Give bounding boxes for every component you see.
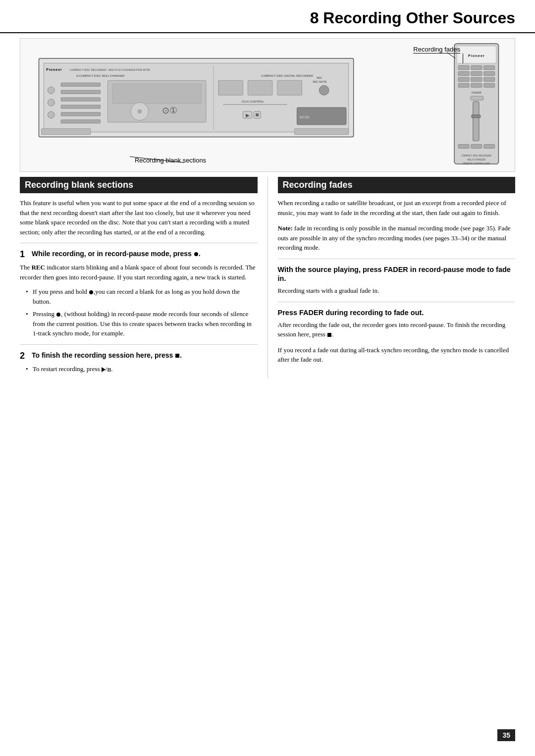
step1-text: While recording, or in record-pause mode… — [32, 249, 201, 260]
svg-rect-44 — [471, 72, 482, 76]
svg-point-26 — [319, 85, 329, 95]
svg-rect-41 — [471, 66, 482, 70]
rec-bold: REC — [31, 264, 45, 271]
page-number: 35 — [497, 729, 515, 741]
rec-button-icon — [194, 252, 198, 256]
svg-rect-47 — [471, 77, 482, 81]
right-column: Recording fades When recording a radio o… — [268, 177, 516, 378]
svg-rect-15 — [61, 120, 100, 123]
chapter-number: 8 — [310, 9, 319, 27]
subheading2-body2: If you record a fade out during all-trac… — [278, 345, 516, 365]
svg-text:COMPACT DISC DIGITAL RECORDER: COMPACT DISC DIGITAL RECORDER — [261, 74, 313, 77]
svg-rect-21 — [218, 80, 243, 95]
svg-text:▶: ▶ — [246, 112, 250, 118]
svg-rect-55 — [473, 102, 479, 141]
device-diagram: Pioneer COMPACT DISC RECORDER · MULTI-CD… — [20, 39, 515, 171]
svg-rect-40 — [458, 66, 469, 70]
svg-text:REC MUTE: REC MUTE — [313, 80, 327, 83]
svg-text:⊙①: ⊙① — [162, 106, 177, 115]
svg-rect-11 — [61, 90, 100, 94]
divider-2 — [20, 344, 258, 345]
stop-icon-2 — [327, 333, 331, 337]
page-title: 8 Recording Other Sources — [310, 9, 515, 27]
svg-rect-58 — [471, 144, 482, 148]
rec-circle-icon — [89, 290, 93, 294]
svg-rect-23 — [277, 80, 302, 95]
right-section-note: Note: fade in recording is only possible… — [278, 223, 516, 253]
subheading1: With the source playing, press FADER in … — [278, 265, 516, 284]
svg-point-19 — [138, 109, 142, 113]
svg-point-7 — [48, 87, 54, 94]
svg-rect-48 — [484, 77, 495, 81]
step2-number: 2 — [20, 351, 28, 361]
svg-rect-28 — [223, 104, 287, 105]
svg-rect-22 — [248, 80, 272, 95]
svg-text:MULTI-CHANGER: MULTI-CHANGER — [467, 159, 486, 161]
svg-rect-42 — [484, 66, 495, 70]
svg-text:COMPACT DISC RECORDER: COMPACT DISC RECORDER — [462, 155, 492, 157]
page-header: 8 Recording Other Sources — [0, 0, 535, 33]
bullet-2: Pressing , (without holding) in record-p… — [26, 309, 258, 338]
svg-rect-13 — [61, 105, 100, 108]
step2-text: To finish the recording session here, pr… — [32, 351, 182, 361]
svg-point-9 — [48, 111, 54, 118]
svg-rect-57 — [458, 144, 469, 148]
rec-circle-icon-2 — [56, 313, 60, 317]
stop-icon — [175, 354, 179, 358]
subheading2-body1: After recording the fade out, the record… — [278, 320, 516, 339]
svg-rect-56 — [472, 115, 481, 118]
svg-text:Recording blank sections: Recording blank sections — [135, 157, 206, 164]
svg-rect-46 — [458, 77, 469, 81]
svg-point-8 — [48, 99, 54, 106]
subheading2: Press FADER during recording to fade out… — [278, 308, 516, 318]
svg-text:00:00: 00:00 — [300, 115, 310, 119]
svg-text:REC: REC — [317, 76, 322, 79]
bullet-1: If you press and hold ,you can record a … — [26, 287, 258, 306]
diagram-area: Recording fades Pioneer COMPACT DISC REC… — [20, 38, 515, 172]
note-label: Note: — [278, 224, 293, 232]
svg-rect-12 — [61, 98, 100, 101]
svg-text:COMPACT DISC RECORDER · MULTI-: COMPACT DISC RECORDER · MULTI-CD CHANGER… — [70, 68, 150, 71]
right-section-header: Recording fades — [278, 177, 516, 193]
right-section-intro: When recording a radio or satellite broa… — [278, 198, 516, 217]
left-section-intro: This feature is useful when you want to … — [20, 198, 258, 237]
svg-rect-53 — [471, 96, 483, 100]
divider-4 — [278, 302, 516, 302]
left-section-header: Recording blank sections — [20, 177, 258, 193]
svg-text:CD-R CONTROL: CD-R CONTROL — [241, 100, 264, 103]
step1-body: The REC indicator starts blinking and a … — [20, 263, 258, 282]
step1-number: 1 — [20, 249, 28, 260]
svg-rect-45 — [484, 72, 495, 76]
svg-rect-51 — [484, 83, 495, 87]
svg-rect-43 — [458, 72, 469, 76]
svg-text:3-COMPACT DISC MULI CHANGER: 3-COMPACT DISC MULI CHANGER — [76, 74, 125, 77]
svg-rect-32 — [256, 113, 259, 116]
play-icon — [102, 367, 106, 372]
svg-rect-10 — [61, 83, 100, 86]
svg-text:FADER: FADER — [472, 91, 482, 94]
divider-1 — [20, 243, 258, 243]
content-area: Recording blank sections This feature is… — [20, 177, 515, 378]
svg-rect-35 — [41, 129, 90, 135]
svg-rect-17 — [112, 84, 201, 104]
svg-rect-14 — [61, 112, 100, 116]
pause-text: II — [107, 367, 111, 372]
chapter-title-text: Recording Other Sources — [323, 9, 515, 27]
divider-3 — [278, 259, 516, 259]
step1-bullets: If you press and hold ,you can record a … — [26, 287, 258, 338]
step2-bullet-1: To restart recording, press /II. — [26, 364, 258, 374]
svg-rect-59 — [484, 144, 495, 148]
svg-rect-36 — [295, 129, 349, 135]
svg-text:REMOTE CONTROL UNIT: REMOTE CONTROL UNIT — [463, 162, 490, 165]
step1-heading: 1 While recording, or in record-pause mo… — [20, 249, 258, 260]
subheading1-body: Recording starts with a gradual fade in. — [278, 286, 516, 296]
svg-rect-50 — [471, 83, 482, 87]
step2-bullets: To restart recording, press /II. — [26, 364, 258, 374]
left-column: Recording blank sections This feature is… — [20, 177, 268, 378]
step2-heading: 2 To finish the recording session here, … — [20, 351, 258, 361]
svg-text:Pioneer: Pioneer — [46, 68, 62, 71]
annotation-recording-fades: Recording fades — [413, 46, 460, 54]
svg-text:Pioneer: Pioneer — [468, 54, 485, 58]
svg-rect-49 — [458, 83, 469, 87]
annotation-line-fades — [463, 54, 463, 63]
